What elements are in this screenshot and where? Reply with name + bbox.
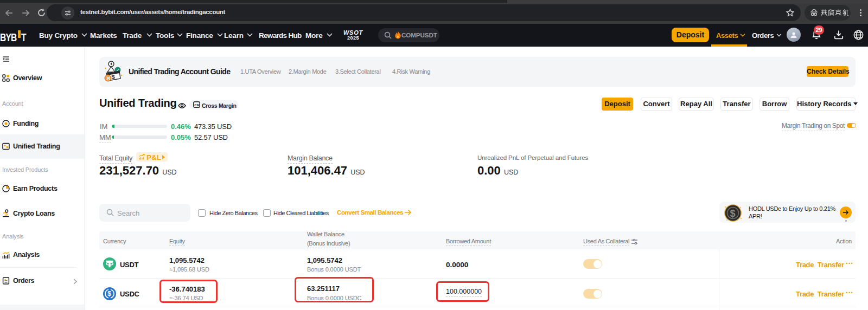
svg-text:$: $ [730, 208, 736, 219]
svg-text:B: B [107, 76, 111, 81]
svg-text:$: $ [107, 290, 111, 298]
svg-text:CM: CM [194, 104, 199, 107]
